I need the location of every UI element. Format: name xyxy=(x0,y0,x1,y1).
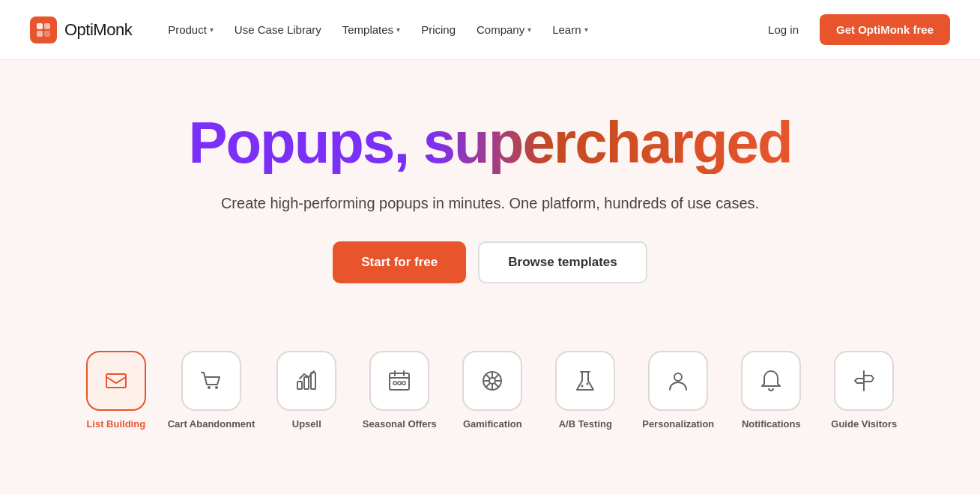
start-for-free-button[interactable]: Start for free xyxy=(333,241,466,283)
svg-line-23 xyxy=(486,383,490,387)
svg-rect-11 xyxy=(393,382,396,385)
signpost-icon xyxy=(851,368,877,394)
calendar-icon xyxy=(387,368,412,394)
svg-rect-4 xyxy=(106,374,126,388)
cart-icon xyxy=(199,368,224,394)
tab-icon-wrap-ab-testing xyxy=(555,351,615,411)
tab-icon-wrap-seasonal-offers xyxy=(369,351,429,411)
category-tabs-section: List Building Cart Abandonment xyxy=(0,321,980,437)
svg-line-22 xyxy=(494,374,498,378)
hero-section: Popups, supercharged Create high-perform… xyxy=(0,60,980,321)
chevron-down-icon: ▾ xyxy=(396,25,400,34)
svg-line-20 xyxy=(486,374,490,378)
tab-seasonal-offers[interactable]: Seasonal Offers xyxy=(358,351,441,430)
tab-icon-wrap-list-building xyxy=(86,351,146,411)
svg-rect-2 xyxy=(37,31,43,37)
tab-label-list-building: List Building xyxy=(86,418,145,430)
navbar: OptiMonk Product ▾ Use Case Library Temp… xyxy=(0,0,980,60)
nav-item-pricing[interactable]: Pricing xyxy=(412,17,465,42)
svg-point-5 xyxy=(208,386,211,389)
svg-point-26 xyxy=(674,373,682,381)
nav-item-company[interactable]: Company ▾ xyxy=(468,17,540,42)
tab-label-guide-visitors: Guide Visitors xyxy=(831,418,897,430)
chevron-down-icon: ▾ xyxy=(210,25,214,34)
nav-item-use-case-library[interactable]: Use Case Library xyxy=(226,17,330,42)
chevron-down-icon: ▾ xyxy=(584,25,588,34)
tab-label-notifications: Notifications xyxy=(742,418,801,430)
nav-item-learn[interactable]: Learn ▾ xyxy=(543,17,596,42)
tab-cart-abandonment[interactable]: Cart Abandonment xyxy=(168,351,255,430)
envelope-icon xyxy=(103,368,129,394)
svg-point-24 xyxy=(581,385,584,387)
svg-point-25 xyxy=(587,382,589,385)
tab-icon-wrap-upsell xyxy=(276,351,336,411)
svg-point-15 xyxy=(489,378,495,384)
tab-gamification[interactable]: Gamification xyxy=(451,351,533,430)
hero-subtitle: Create high-performing popups in minutes… xyxy=(221,192,759,214)
logo[interactable]: OptiMonk xyxy=(30,16,132,43)
hero-title: Popups, supercharged xyxy=(188,112,791,174)
logo-text: OptiMonk xyxy=(64,20,132,40)
tab-upsell[interactable]: Upsell xyxy=(265,351,348,430)
nav-actions: Log in Get OptiMonk free xyxy=(759,14,950,45)
tab-icon-wrap-personalization xyxy=(648,351,708,411)
flask-icon xyxy=(572,368,598,394)
svg-rect-13 xyxy=(402,382,405,385)
svg-rect-0 xyxy=(37,23,43,29)
nav-item-product[interactable]: Product ▾ xyxy=(159,17,223,42)
svg-rect-8 xyxy=(304,377,309,389)
tab-icon-wrap-notifications xyxy=(741,351,801,411)
logo-svg xyxy=(35,22,52,38)
login-button[interactable]: Log in xyxy=(759,17,808,42)
tab-icon-wrap-gamification xyxy=(462,351,522,411)
bell-icon xyxy=(758,368,784,394)
tab-list-building[interactable]: List Building xyxy=(75,351,157,430)
tab-icon-wrap-guide-visitors xyxy=(834,351,894,411)
upsell-icon xyxy=(294,368,319,394)
nav-item-templates[interactable]: Templates ▾ xyxy=(333,17,409,42)
tab-icon-wrap-cart-abandonment xyxy=(181,351,241,411)
person-icon xyxy=(665,368,691,394)
hero-buttons: Start for free Browse templates xyxy=(333,241,647,283)
tab-guide-visitors[interactable]: Guide Visitors xyxy=(823,351,905,430)
tab-label-cart-abandonment: Cart Abandonment xyxy=(168,418,255,430)
svg-rect-12 xyxy=(398,382,401,385)
svg-rect-7 xyxy=(297,382,302,389)
wheel-icon xyxy=(480,368,505,394)
chevron-down-icon: ▾ xyxy=(527,25,531,34)
svg-rect-1 xyxy=(44,23,50,29)
category-tabs-row: List Building Cart Abandonment xyxy=(30,351,950,430)
tab-ab-testing[interactable]: A/B Testing xyxy=(544,351,626,430)
tab-notifications[interactable]: Notifications xyxy=(730,351,812,430)
tab-label-seasonal-offers: Seasonal Offers xyxy=(363,418,437,430)
tab-label-gamification: Gamification xyxy=(463,418,522,430)
tab-label-personalization: Personalization xyxy=(642,418,714,430)
nav-links: Product ▾ Use Case Library Templates ▾ P… xyxy=(159,17,759,42)
tab-label-upsell: Upsell xyxy=(292,418,321,430)
svg-line-21 xyxy=(494,383,498,387)
svg-point-6 xyxy=(215,386,218,389)
browse-templates-button[interactable]: Browse templates xyxy=(478,241,647,283)
tab-label-ab-testing: A/B Testing xyxy=(559,418,612,430)
svg-rect-3 xyxy=(44,31,50,37)
logo-icon xyxy=(30,16,57,43)
tab-personalization[interactable]: Personalization xyxy=(637,351,719,430)
get-optimonk-free-button[interactable]: Get OptiMonk free xyxy=(820,14,950,45)
svg-rect-9 xyxy=(311,373,315,389)
